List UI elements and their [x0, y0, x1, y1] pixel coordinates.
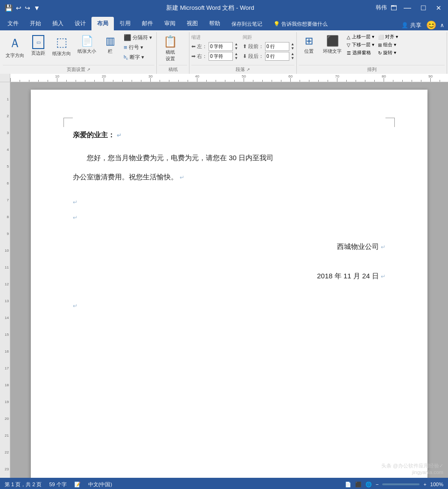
ruler-vertical: 1234567891011121314151617181920212223242… — [0, 82, 10, 478]
view-web-icon[interactable]: 🌐 — [365, 482, 372, 488]
group-button[interactable]: ⊞ 组合 ▾ — [377, 41, 399, 49]
status-word-count: 59 个字 — [49, 481, 66, 488]
status-language: 中文(中国) — [88, 481, 112, 488]
tab-review[interactable]: 审阅 — [159, 17, 181, 30]
spacing-before-value: 0 行 — [265, 42, 289, 51]
hyphenation-icon: bc — [124, 54, 128, 61]
arrange-col-2: ⬜ 对齐 ▾ ⊞ 组合 ▾ ↻ 旋转 ▾ — [377, 33, 399, 57]
hyphenation-button[interactable]: bc 断字 ▾ — [121, 53, 154, 62]
doc-blank3: ↵ — [73, 298, 385, 313]
align-icon: ⬜ — [378, 35, 384, 40]
bring-forward-button[interactable]: △ 上移一层 ▾ — [345, 33, 376, 41]
tab-view[interactable]: 视图 — [181, 17, 203, 30]
tab-mailings[interactable]: 邮件 — [136, 17, 159, 30]
indent-right-value: 0 字符 — [209, 52, 233, 61]
indent-right-down[interactable]: ▼ — [234, 57, 238, 61]
orientation-button[interactable]: ⬚ 纸张方向 — [49, 33, 74, 59]
position-icon: ⊞ — [305, 35, 313, 47]
share-icon[interactable]: 👤 — [401, 22, 408, 28]
view-print-icon[interactable]: 📄 — [345, 482, 351, 488]
indent-params: 缩进 ⬅ 左： 0 字符 ▲ ▼ ➡ 右： 0 字符 ▲ — [191, 33, 238, 62]
position-button[interactable]: ⊞ 位置 — [299, 33, 319, 57]
tab-home[interactable]: 开始 — [24, 17, 47, 30]
tab-insert[interactable]: 插入 — [47, 17, 69, 30]
status-bar: 第 1 页，共 2 页 59 个字 📝 中文(中国) 📄 ⬛ 🌐 − + 100… — [0, 478, 448, 489]
group-paragraph-top: 缩进 ⬅ 左： 0 字符 ▲ ▼ ➡ 右： 0 字符 ▲ — [191, 32, 294, 65]
pilcrow-4: ↵ — [73, 214, 77, 221]
zoom-slider[interactable] — [382, 483, 420, 485]
tab-search[interactable]: 💡 告诉我你想要做什么 — [268, 18, 333, 30]
group-paragraph: 缩进 ⬅ 左： 0 字符 ▲ ▼ ➡ 右： 0 字符 ▲ — [189, 32, 297, 74]
tab-design[interactable]: 设计 — [69, 17, 91, 30]
tab-file[interactable]: 文件 — [2, 17, 24, 30]
zoom-level[interactable]: 100% — [430, 482, 443, 487]
spacing-before-row: ⬆ 段前： 0 行 ▲ ▼ — [243, 42, 294, 51]
breaks-button[interactable]: ⬛ 分隔符 ▾ — [121, 33, 154, 42]
spacing-before-down[interactable]: ▼ — [291, 47, 294, 51]
align-button[interactable]: ⬜ 对齐 ▾ — [377, 33, 399, 41]
paper-size-icon: 📄 — [81, 35, 93, 47]
zoom-in-icon[interactable]: + — [423, 482, 426, 487]
spacing-after-value: 0 行 — [265, 52, 289, 61]
columns-button[interactable]: ▥ 栏 — [100, 33, 120, 57]
group-page-setup-top: Ａ 文字方向 ▭ 页边距 ⬚ 纸张方向 📄 纸张大小 ▥ 栏 — [3, 32, 154, 65]
ribbon-row: Ａ 文字方向 ▭ 页边距 ⬚ 纸张方向 📄 纸张大小 ▥ 栏 — [0, 30, 448, 74]
tab-cloud-save[interactable]: 保存到云笔记 — [226, 18, 268, 30]
breaks-col: ⬛ 分隔符 ▾ ≡ 行号 ▾ bc 断字 ▾ — [121, 33, 154, 62]
ribbon-expand-icon[interactable]: ∧ — [440, 22, 444, 28]
columns-icon: ▥ — [105, 35, 115, 47]
draft-settings-button[interactable]: 📋 稿纸设置 — [159, 33, 182, 64]
group-arrange: ⊞ 位置 ⬛ 环绕文字 △ 上移一层 ▾ ▽ 下移一层 ▾ — [297, 32, 447, 74]
maximize-btn[interactable]: ☐ — [418, 4, 429, 12]
save-icon[interactable]: 💾 — [4, 3, 14, 13]
page-setup-expand-icon[interactable]: ↗ — [87, 67, 91, 72]
spacing-after-row: ⬇ 段后： 0 行 ▲ ▼ — [243, 52, 294, 61]
close-btn[interactable]: ✕ — [433, 4, 444, 12]
zoom-out-icon[interactable]: − — [376, 482, 378, 487]
status-page: 第 1 页，共 2 页 — [5, 481, 42, 488]
arrange-col-1: △ 上移一层 ▾ ▽ 下移一层 ▾ ☰ 选择窗格 — [345, 33, 376, 57]
pilcrow-2: ↵ — [180, 174, 184, 181]
doc-company: 西城物业公司 ↵ — [73, 239, 385, 254]
ribbon-tabs: 文件 开始 插入 设计 布局 引用 邮件 审阅 视图 帮助 保存到云笔记 💡 告… — [0, 15, 448, 30]
customize-qa-icon[interactable]: ▼ — [33, 3, 41, 13]
paper-size-button[interactable]: 📄 纸张大小 — [75, 33, 99, 57]
doc-area: 1234567891011121314151617181920212223242… — [0, 82, 448, 478]
undo-icon[interactable]: ↩ — [15, 3, 22, 13]
view-layout-icon[interactable]: ⬛ — [355, 482, 362, 488]
pilcrow-3: ↵ — [73, 199, 77, 206]
pilcrow-7: ↵ — [73, 303, 77, 309]
status-right: 📄 ⬛ 🌐 − + 100% — [345, 482, 443, 488]
send-backward-button[interactable]: ▽ 下移一层 ▾ — [345, 41, 376, 49]
wrap-text-icon: ⬛ — [326, 35, 339, 47]
doc-scroll[interactable]: 亲爱的业主： ↵ 您好，您当月物业费为元，电费为元，请您在 30 日内至我司 办… — [10, 82, 448, 478]
draft-settings-icon: 📋 — [163, 35, 177, 48]
ruler-corner — [0, 74, 10, 82]
title-bar-left: 💾 ↩ ↪ ▼ — [4, 3, 45, 13]
spacing-after-down[interactable]: ▼ — [291, 57, 294, 61]
margins-button[interactable]: ▭ 页边距 — [28, 33, 49, 58]
doc-date: 2018 年 11 月 24 日 ↵ — [73, 268, 385, 283]
window-layout-icon[interactable]: 🗔 — [391, 4, 397, 12]
smiley-icon[interactable]: 😊 — [426, 20, 436, 30]
line-numbers-button[interactable]: ≡ 行号 ▾ — [121, 43, 154, 52]
title-bar: 💾 ↩ ↪ ▼ 新建 Microsoft Word 文档 - Word 韩伟 🗔… — [0, 0, 448, 15]
status-proofing-icon: 📝 — [74, 482, 81, 488]
text-direction-button[interactable]: Ａ 文字方向 — [3, 33, 27, 61]
tab-help[interactable]: 帮助 — [203, 17, 226, 30]
wrap-text-button[interactable]: ⬛ 环绕文字 — [320, 33, 344, 57]
minimize-btn[interactable]: — — [401, 4, 414, 12]
redo-icon[interactable]: ↪ — [24, 3, 31, 13]
quick-access-toolbar: 💾 ↩ ↪ ▼ — [4, 3, 41, 13]
bring-forward-icon: △ — [347, 35, 350, 40]
rotate-button[interactable]: ↻ 旋转 ▾ — [377, 49, 399, 57]
indent-left-down[interactable]: ▼ — [234, 47, 238, 51]
pilcrow-5: ↵ — [381, 244, 385, 250]
doc-blank2: ↵ — [73, 209, 385, 225]
paragraph-expand-icon[interactable]: ↗ — [246, 67, 250, 72]
selection-pane-button[interactable]: ☰ 选择窗格 — [345, 49, 376, 57]
share-label[interactable]: 共享 — [410, 21, 421, 29]
tab-references[interactable]: 引用 — [114, 17, 136, 30]
tab-layout[interactable]: 布局 — [91, 17, 114, 30]
spacing-header: 间距 — [243, 34, 294, 41]
